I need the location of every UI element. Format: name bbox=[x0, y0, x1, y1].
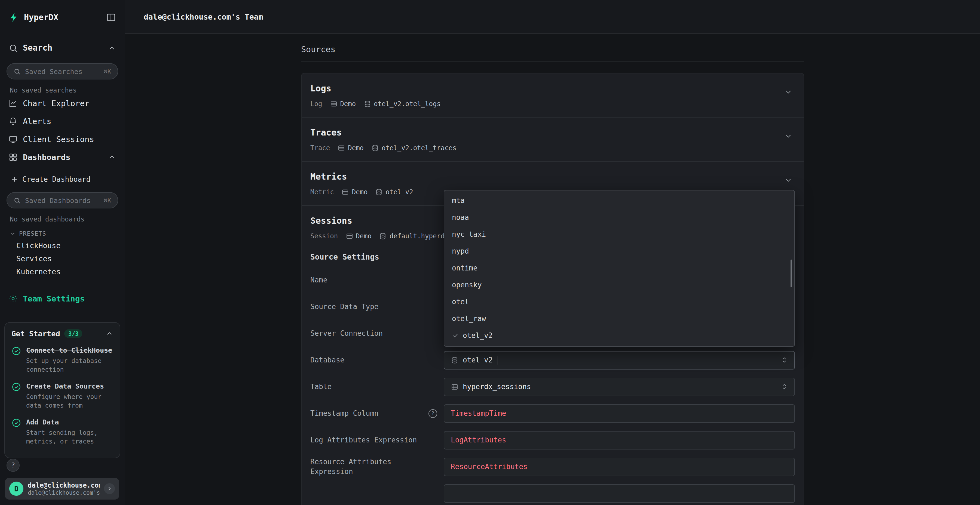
database-select[interactable]: otel_v2 bbox=[444, 351, 795, 369]
sidebar-item-alerts[interactable]: Alerts bbox=[0, 112, 125, 130]
database-icon bbox=[371, 144, 379, 152]
saved-searches-placeholder: Saved Searches bbox=[25, 67, 100, 75]
sidebar-item-label: Dashboards bbox=[23, 152, 102, 161]
no-saved-searches-text: No saved searches bbox=[0, 79, 125, 94]
dropdown-option[interactable]: noaa bbox=[444, 209, 794, 226]
dropdown-option[interactable]: nyc_taxi bbox=[444, 226, 794, 243]
preset-kubernetes[interactable]: Kubernetes bbox=[0, 265, 125, 278]
sidebar-header: HyperDX bbox=[0, 0, 125, 35]
check-icon bbox=[452, 332, 459, 339]
get-started-item-title: Connect to ClickHouse bbox=[26, 346, 113, 355]
search-icon bbox=[14, 197, 21, 204]
table-label: Table bbox=[310, 382, 444, 392]
monitor-icon bbox=[9, 135, 18, 143]
sidebar-section-search[interactable]: Search bbox=[0, 38, 125, 58]
select-chevrons-icon[interactable] bbox=[781, 383, 788, 390]
form-row-database: Database mta noaa nyc_taxi nypd ontime o… bbox=[310, 347, 795, 373]
chevron-down-icon[interactable] bbox=[784, 132, 793, 140]
help-icon[interactable]: ? bbox=[428, 409, 437, 418]
divider bbox=[301, 62, 804, 62]
get-started-item-title: Create Data Sources bbox=[26, 381, 113, 391]
get-started-item[interactable]: Create Data Sources Configure where your… bbox=[11, 381, 113, 410]
dropdown-option[interactable]: ontime bbox=[444, 260, 794, 276]
source-table: otel_v2 bbox=[386, 188, 413, 197]
sidebar-item-chart-explorer[interactable]: Chart Explorer bbox=[0, 94, 125, 112]
source-data-type-label: Source Data Type bbox=[310, 302, 444, 311]
chevron-up-icon[interactable] bbox=[106, 330, 113, 337]
create-dashboard-button[interactable]: Create Dashboard bbox=[0, 172, 125, 187]
source-title: Logs bbox=[310, 83, 795, 94]
connection-icon bbox=[330, 100, 337, 108]
chevron-right-icon[interactable] bbox=[104, 483, 115, 494]
database-icon bbox=[363, 100, 371, 108]
source-connection: Demo bbox=[348, 144, 364, 152]
search-icon bbox=[9, 43, 18, 52]
table-value: hyperdx_sessions bbox=[463, 383, 531, 391]
timestamp-value: TimestampTime bbox=[451, 409, 506, 418]
check-circle-icon bbox=[11, 418, 21, 446]
user-profile-chip[interactable]: D dale@clickhouse.com dale@clickhouse.co… bbox=[5, 478, 119, 500]
source-type: Session bbox=[310, 232, 338, 241]
form-row-resource-attributes: Resource Attributes Expression ResourceA… bbox=[310, 453, 795, 480]
select-chevrons-icon[interactable] bbox=[781, 356, 788, 364]
dropdown-scrollbar[interactable] bbox=[791, 259, 792, 287]
logo[interactable]: HyperDX bbox=[9, 12, 106, 23]
get-started-item[interactable]: Connect to ClickHouse Set up your databa… bbox=[11, 346, 113, 374]
check-circle-icon bbox=[11, 382, 21, 410]
form-row-log-attributes: Log Attributes Expression LogAttributes bbox=[310, 427, 795, 453]
server-connection-label: Server Connection bbox=[310, 329, 444, 338]
preset-services[interactable]: Services bbox=[0, 252, 125, 265]
get-started-item-desc: Configure where your data comes from bbox=[26, 392, 113, 410]
get-started-header[interactable]: Get Started 3/3 bbox=[11, 329, 113, 338]
collapse-sidebar-icon[interactable] bbox=[106, 13, 116, 22]
source-row-logs[interactable]: Logs Log Demo bbox=[302, 73, 803, 118]
chevron-up-icon[interactable] bbox=[108, 153, 116, 161]
resource-attributes-label: Resource Attributes Expression bbox=[310, 457, 444, 476]
preset-clickhouse[interactable]: ClickHouse bbox=[0, 239, 125, 252]
presets-toggle[interactable]: PRESETS bbox=[0, 228, 125, 239]
team-settings-link[interactable]: Team Settings bbox=[0, 291, 125, 306]
dropdown-option[interactable]: mta bbox=[444, 192, 794, 209]
plus-icon bbox=[11, 176, 18, 183]
get-started-item[interactable]: Add Data Start sending logs, metrics, or… bbox=[11, 418, 113, 446]
dropdown-option-selected[interactable]: otel_v2 bbox=[444, 327, 794, 344]
resource-attributes-input[interactable]: ResourceAttributes bbox=[444, 457, 795, 476]
source-settings-section: Source Settings Name Source Data Type bbox=[302, 251, 803, 505]
source-connection: Demo bbox=[352, 188, 368, 197]
get-started-item-desc: Start sending logs, metrics, or traces bbox=[26, 428, 113, 446]
timestamp-label-text: Timestamp Column bbox=[310, 408, 379, 418]
connection-icon bbox=[345, 232, 353, 240]
source-connection: Demo bbox=[356, 232, 372, 241]
sidebar-item-client-sessions[interactable]: Client Sessions bbox=[0, 130, 125, 148]
connection-icon bbox=[342, 188, 349, 196]
dropdown-option[interactable]: opensky bbox=[444, 276, 794, 293]
saved-dashboards-input[interactable]: Saved Dashboards ⌘K bbox=[6, 192, 118, 208]
top-header: dale@clickhouse.com's Team bbox=[125, 0, 980, 34]
source-title: Traces bbox=[310, 127, 795, 138]
saved-searches-input[interactable]: Saved Searches ⌘K bbox=[6, 63, 118, 79]
app: HyperDX Search Saved Searches ⌘K No save… bbox=[0, 0, 980, 505]
dropdown-option[interactable]: nypd bbox=[444, 243, 794, 260]
chevron-down-icon[interactable] bbox=[784, 87, 793, 96]
sidebar-item-dashboards[interactable]: Dashboards bbox=[0, 148, 125, 166]
check-circle-icon bbox=[11, 346, 21, 374]
timestamp-input[interactable]: TimestampTime bbox=[444, 404, 795, 422]
table-select[interactable]: hyperdx_sessions bbox=[444, 377, 795, 396]
dropdown-option[interactable]: otel_raw bbox=[444, 310, 794, 327]
content-scroll-area[interactable]: Sources Logs Log Demo bbox=[125, 34, 980, 505]
chevron-up-icon[interactable] bbox=[108, 44, 116, 52]
sources-panel: Logs Log Demo bbox=[301, 73, 804, 505]
logo-text: HyperDX bbox=[24, 13, 58, 22]
log-attributes-input[interactable]: LogAttributes bbox=[444, 431, 795, 449]
help-button[interactable]: ? bbox=[6, 459, 20, 472]
presets-label-text: PRESETS bbox=[19, 230, 46, 237]
chevron-down-icon[interactable] bbox=[784, 176, 793, 184]
team-settings-label: Team Settings bbox=[23, 294, 85, 303]
source-type: Trace bbox=[310, 144, 330, 152]
source-title: Metrics bbox=[310, 172, 795, 182]
connection-icon bbox=[337, 144, 345, 152]
clipped-input[interactable] bbox=[444, 484, 795, 503]
database-dropdown: mta noaa nyc_taxi nypd ontime opensky ot… bbox=[444, 190, 795, 346]
dropdown-option[interactable]: otel bbox=[444, 293, 794, 310]
source-row-traces[interactable]: Traces Trace Demo bbox=[302, 118, 803, 162]
